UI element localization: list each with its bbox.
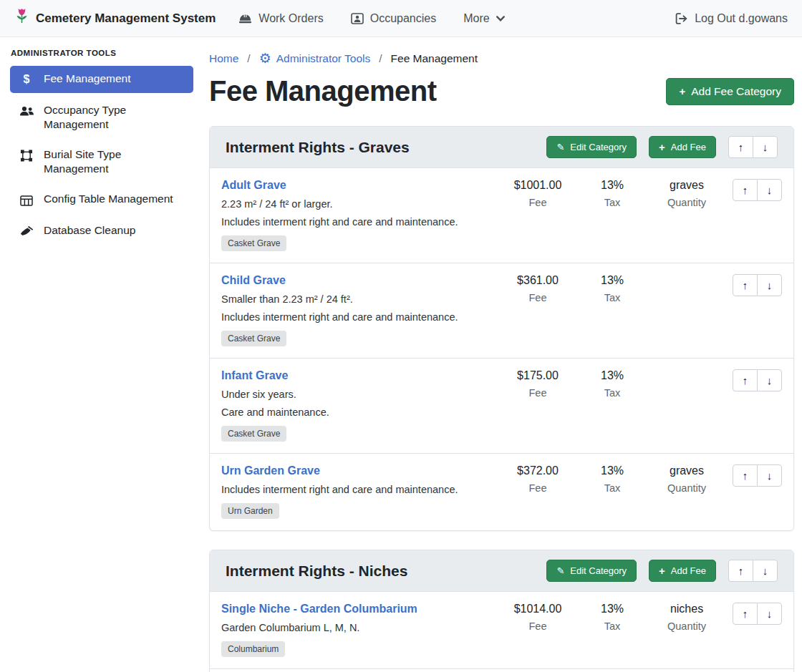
move-fee-down-button[interactable]: ↓ <box>757 603 782 625</box>
fee-amount-col: $1001.00 Fee <box>501 179 575 208</box>
nav-work-orders[interactable]: Work Orders <box>238 12 323 25</box>
fee-tax-label: Tax <box>575 292 649 303</box>
fee-name-link[interactable]: Adult Grave <box>221 179 286 192</box>
fee-tax: 13% <box>575 369 649 382</box>
fee-quantity: graves <box>649 464 724 477</box>
pencil-icon: ✎ <box>556 142 564 152</box>
add-fee-button[interactable]: + Add Fee <box>649 560 716 582</box>
breadcrumb: Home / ⚙ Administrator Tools / Fee Manag… <box>209 52 794 65</box>
fee-details: Child Grave Smaller than 2.23 m² / 24 ft… <box>221 274 501 346</box>
move-category-down-button[interactable]: ↓ <box>753 136 778 158</box>
fee-row: Single Niche - Garden Columbarium Garden… <box>210 592 793 669</box>
add-fee-button[interactable]: + Add Fee <box>649 136 716 158</box>
fee-description: Includes interment right and care and ma… <box>221 484 495 495</box>
add-fee-label: Add Fee <box>671 565 706 576</box>
logout-label: Log Out d.gowans <box>695 12 788 25</box>
fee-row: Companion Niche - Garden Columbarium Gar… <box>210 669 793 672</box>
move-fee-up-button[interactable]: ↑ <box>733 179 758 201</box>
fee-amount-label: Fee <box>501 387 575 399</box>
pencil-icon: ✎ <box>556 566 564 575</box>
top-navbar: Cemetery Management System Work Orders O… <box>0 0 802 37</box>
fee-row: Infant Grave Under six years. Care and m… <box>210 359 793 454</box>
fee-amount-label: Fee <box>501 197 575 208</box>
breadcrumb-admin-tools-label: Administrator Tools <box>276 52 371 65</box>
move-fee-down-button[interactable]: ↓ <box>757 464 782 487</box>
fee-description: Under six years. <box>221 389 495 400</box>
edit-category-button[interactable]: ✎ Edit Category <box>546 560 637 582</box>
nav-work-orders-label: Work Orders <box>259 12 323 25</box>
fee-description: Includes interment right and care and ma… <box>221 311 495 323</box>
sidebar-item-fee-management[interactable]: $ Fee Management <box>10 66 193 93</box>
fee-description: Smaller than 2.23 m² / 24 ft². <box>221 293 495 305</box>
move-category-down-button[interactable]: ↓ <box>753 560 778 582</box>
category-reorder-group: ↑ ↓ <box>728 136 778 158</box>
fee-name-link[interactable]: Child Grave <box>221 274 286 287</box>
breadcrumb-home-link[interactable]: Home <box>209 52 238 65</box>
fee-tax-label: Tax <box>575 620 649 632</box>
logout-button[interactable]: Log Out d.gowans <box>675 12 788 25</box>
category-header: Interment Rights - Graves ✎ Edit Categor… <box>210 127 793 168</box>
edit-category-button[interactable]: ✎ Edit Category <box>546 136 637 158</box>
plus-icon: + <box>679 86 685 97</box>
fee-tax: 13% <box>575 603 649 615</box>
move-category-up-button[interactable]: ↑ <box>728 560 753 582</box>
fee-tax-col: 13% Tax <box>575 369 649 399</box>
add-fee-label: Add Fee <box>671 142 706 152</box>
move-fee-up-button[interactable]: ↑ <box>733 603 758 625</box>
add-fee-category-button[interactable]: + Add Fee Category <box>666 78 794 105</box>
fee-reorder-group: ↑ ↓ <box>724 179 782 201</box>
sidebar-item-database-cleanup[interactable]: Database Cleanup <box>10 218 193 244</box>
fee-amount: $372.00 <box>501 464 575 477</box>
move-category-up-button[interactable]: ↑ <box>728 136 753 158</box>
fee-row: Urn Garden Grave Includes interment righ… <box>210 454 793 530</box>
plus-icon: + <box>659 565 665 576</box>
edit-category-label: Edit Category <box>570 565 627 576</box>
breadcrumb-admin-tools-link[interactable]: ⚙ Administrator Tools <box>259 52 371 65</box>
sidebar-item-config-table-management[interactable]: Config Table Management <box>10 186 193 213</box>
move-fee-down-button[interactable]: ↓ <box>757 369 782 391</box>
fee-quantity-col: graves Quantity <box>649 179 724 208</box>
fee-amount-label: Fee <box>501 292 575 303</box>
add-fee-category-label: Add Fee Category <box>691 85 781 98</box>
dollar-icon: $ <box>19 72 34 87</box>
fee-name-link[interactable]: Infant Grave <box>221 369 288 382</box>
fee-row: Child Grave Smaller than 2.23 m² / 24 ft… <box>210 263 793 359</box>
move-fee-down-button[interactable]: ↓ <box>757 274 782 296</box>
nav-more[interactable]: More <box>463 12 504 25</box>
app-title: Cemetery Management System <box>36 11 216 26</box>
fee-tax-col: 13% Tax <box>575 179 649 208</box>
fee-description: Garden Columbarium L, M, N. <box>221 622 495 633</box>
fee-tax-label: Tax <box>575 197 649 208</box>
fee-name-link[interactable]: Single Niche - Garden Columbarium <box>221 603 417 615</box>
move-fee-up-button[interactable]: ↑ <box>733 464 758 487</box>
fee-amount-label: Fee <box>501 620 575 632</box>
nav-occupancies[interactable]: Occupancies <box>351 12 437 25</box>
fee-tag: Casket Grave <box>221 235 286 251</box>
fee-tax: 13% <box>575 179 649 192</box>
move-fee-down-button[interactable]: ↓ <box>757 179 782 201</box>
edit-category-label: Edit Category <box>570 142 627 152</box>
fee-tag: Urn Garden <box>221 503 279 519</box>
nav-right: Log Out d.gowans <box>675 12 788 25</box>
fee-description: 2.23 m² / 24 ft² or larger. <box>221 198 495 210</box>
fee-details: Infant Grave Under six years. Care and m… <box>221 369 501 442</box>
vector-square-icon <box>19 148 34 162</box>
fee-amount-label: Fee <box>501 482 575 494</box>
fee-details: Single Niche - Garden Columbarium Garden… <box>221 603 501 657</box>
fee-row: Adult Grave 2.23 m² / 24 ft² or larger. … <box>210 168 793 263</box>
logout-icon <box>675 13 688 24</box>
fee-category-card-niches: Interment Rights - Niches ✎ Edit Categor… <box>209 550 794 672</box>
move-fee-up-button[interactable]: ↑ <box>733 369 758 391</box>
sidebar-item-burial-site-type-management[interactable]: Burial Site Type Management <box>10 142 193 182</box>
app-brand[interactable]: Cemetery Management System <box>14 7 216 29</box>
sidebar-item-occupancy-type-management[interactable]: Occupancy Type Management <box>10 97 193 137</box>
hard-hat-icon <box>238 13 252 24</box>
breadcrumb-current: Fee Management <box>391 52 478 65</box>
main-content: Home / ⚙ Administrator Tools / Fee Manag… <box>200 37 802 672</box>
fee-amount-col: $361.00 Fee <box>501 274 575 303</box>
category-reorder-group: ↑ ↓ <box>728 560 778 582</box>
fee-name-link[interactable]: Urn Garden Grave <box>221 464 320 477</box>
fee-reorder-group: ↑ ↓ <box>724 274 782 296</box>
tulip-logo-icon <box>14 7 29 29</box>
move-fee-up-button[interactable]: ↑ <box>733 274 758 296</box>
